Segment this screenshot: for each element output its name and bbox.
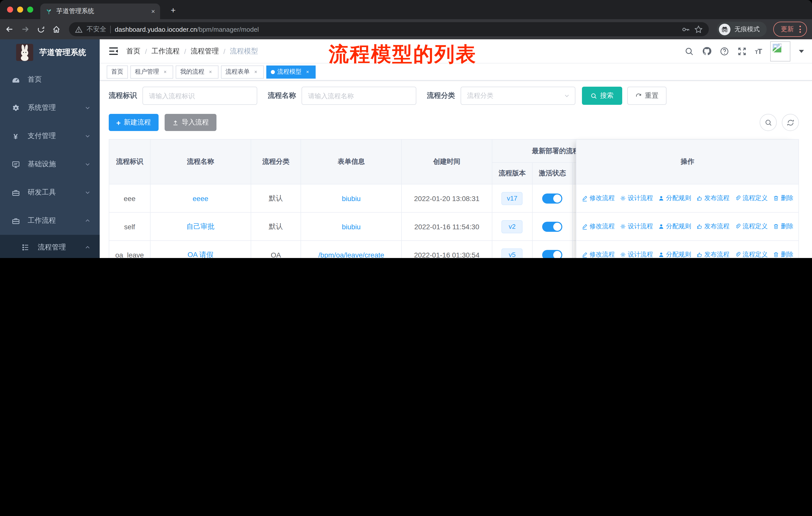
window-controls[interactable] — [7, 6, 33, 12]
sidebar-item-devtools[interactable]: 研发工具 — [0, 179, 100, 207]
cell-version: v5 — [492, 241, 532, 258]
action-assign-rules[interactable]: 分配规则 — [658, 194, 691, 202]
form-info-link[interactable]: biubiu — [342, 222, 361, 230]
tag-my-process[interactable]: 我的流程× — [176, 65, 219, 78]
action-design[interactable]: 设计流程 — [620, 250, 653, 258]
create-process-button[interactable]: + 新建流程 — [109, 114, 158, 131]
chevron-down-icon — [85, 105, 91, 111]
active-toggle[interactable] — [542, 250, 562, 258]
browser-menu-icon[interactable] — [800, 26, 801, 33]
refresh-icon — [635, 92, 642, 99]
sidebar-item-payment[interactable]: ¥ 支付管理 — [0, 122, 100, 150]
sidebar-item-label: 首页 — [28, 75, 91, 84]
tab-title: 芋道管理系统 — [56, 7, 147, 16]
refresh-table-button[interactable] — [782, 114, 799, 131]
cell-process-name: OA 请假 — [150, 241, 251, 258]
fullscreen-icon[interactable] — [737, 47, 746, 56]
action-label: 流程定义 — [743, 222, 768, 231]
minimize-window-button[interactable] — [17, 6, 23, 12]
app-title: 芋道管理系统 — [39, 47, 86, 58]
process-name-link[interactable]: 自己审批 — [186, 222, 214, 231]
incognito-icon — [719, 23, 730, 35]
page-header: 首页 / 工作流程 / 流程管理 / 流程模型 TT — [100, 39, 812, 63]
action-delete[interactable]: 删除 — [773, 250, 793, 258]
dashboard-icon — [11, 75, 20, 84]
sidebar-item-workflow[interactable]: 工作流程 — [0, 207, 100, 235]
back-icon[interactable] — [5, 25, 14, 34]
action-definition[interactable]: 流程定义 — [734, 194, 768, 202]
action-delete[interactable]: 删除 — [773, 194, 793, 202]
url-bar[interactable]: 不安全 dashboard.yudao.iocoder.cn/bpm/manag… — [69, 22, 709, 36]
active-toggle[interactable] — [542, 221, 562, 232]
sidebar-item-label: 流程管理 — [38, 243, 77, 252]
tag-close-icon[interactable]: × — [162, 68, 169, 75]
tag-close-icon[interactable]: × — [207, 68, 214, 75]
close-window-button[interactable] — [7, 6, 13, 12]
tag-home[interactable]: 首页 — [107, 65, 128, 78]
tag-close-icon[interactable]: × — [252, 68, 259, 75]
action-definition[interactable]: 流程定义 — [734, 222, 768, 231]
sidebar-item-system[interactable]: 系统管理 — [0, 94, 100, 122]
forward-icon[interactable] — [21, 25, 30, 34]
process-name-input[interactable] — [301, 87, 416, 105]
active-dot — [271, 70, 275, 74]
search-icon — [764, 119, 772, 126]
form-info-link[interactable]: /bpm/oa/leave/create — [318, 251, 384, 258]
github-icon[interactable] — [702, 47, 711, 56]
tab-close-icon[interactable]: × — [151, 7, 155, 15]
action-assign-rules[interactable]: 分配规则 — [658, 222, 691, 231]
tag-tenant-manage[interactable]: 租户管理× — [130, 65, 173, 78]
import-process-button[interactable]: 导入流程 — [165, 114, 216, 131]
action-design[interactable]: 设计流程 — [620, 194, 653, 202]
breadcrumb-process-manage[interactable]: 流程管理 — [191, 47, 219, 56]
avatar-caret-icon[interactable] — [799, 50, 804, 53]
avatar[interactable] — [770, 41, 790, 61]
process-category-select[interactable]: 流程分类 — [461, 87, 575, 105]
process-name-link[interactable]: eeee — [193, 194, 208, 202]
tag-process-model[interactable]: 流程模型× — [266, 65, 316, 78]
browser-tab[interactable]: 芋道管理系统 × — [40, 3, 160, 19]
action-publish[interactable]: 发布流程 — [696, 250, 729, 258]
process-name-link[interactable]: OA 请假 — [187, 250, 213, 258]
sidebar-item-process-manage[interactable]: 流程管理 — [0, 235, 100, 258]
tag-close-icon[interactable]: × — [304, 68, 311, 75]
font-size-icon[interactable]: TT — [755, 47, 762, 55]
reload-icon[interactable] — [36, 25, 45, 34]
show-search-button[interactable] — [760, 114, 777, 131]
action-assign-rules[interactable]: 分配规则 — [658, 250, 691, 258]
browser-toolbar: 不安全 dashboard.yudao.iocoder.cn/bpm/manag… — [0, 19, 812, 39]
action-delete[interactable]: 删除 — [773, 222, 793, 231]
action-publish[interactable]: 发布流程 — [696, 194, 729, 202]
bookmark-star-icon[interactable] — [694, 25, 703, 33]
action-definition[interactable]: 流程定义 — [734, 250, 768, 258]
form-info-link[interactable]: biubiu — [342, 194, 361, 202]
maximize-window-button[interactable] — [27, 6, 33, 12]
sidebar-fold-icon[interactable] — [109, 47, 118, 55]
breadcrumb-workflow[interactable]: 工作流程 — [151, 47, 180, 56]
browser-window: 芋道管理系统 × + 不安全 dashboard.yudao.iocoder.c… — [0, 0, 812, 258]
key-icon[interactable] — [682, 25, 690, 33]
help-icon[interactable] — [720, 47, 729, 56]
sidebar-item-infra[interactable]: 基础设施 — [0, 150, 100, 179]
process-id-input[interactable] — [142, 87, 257, 105]
refresh-icon — [787, 119, 794, 126]
action-design[interactable]: 设计流程 — [620, 222, 653, 231]
action-publish[interactable]: 发布流程 — [696, 222, 729, 231]
publish-icon — [696, 195, 703, 201]
breadcrumb-home[interactable]: 首页 — [126, 47, 141, 56]
home-icon[interactable] — [52, 25, 61, 34]
action-edit[interactable]: 修改流程 — [581, 194, 615, 202]
reset-button[interactable]: 重置 — [627, 87, 667, 105]
header-search-icon[interactable] — [685, 47, 693, 56]
tag-process-form[interactable]: 流程表单× — [221, 65, 264, 78]
update-button[interactable]: 更新 — [773, 22, 807, 37]
new-tab-button[interactable]: + — [167, 4, 179, 17]
action-edit[interactable]: 修改流程 — [581, 250, 615, 258]
action-edit[interactable]: 修改流程 — [581, 222, 615, 231]
tag-label: 流程表单 — [226, 67, 250, 76]
active-toggle[interactable] — [542, 193, 562, 203]
search-button[interactable]: 搜索 — [582, 87, 622, 105]
gear-icon — [11, 103, 20, 112]
sidebar-item-home[interactable]: 首页 — [0, 65, 100, 94]
url-divider — [110, 25, 111, 33]
